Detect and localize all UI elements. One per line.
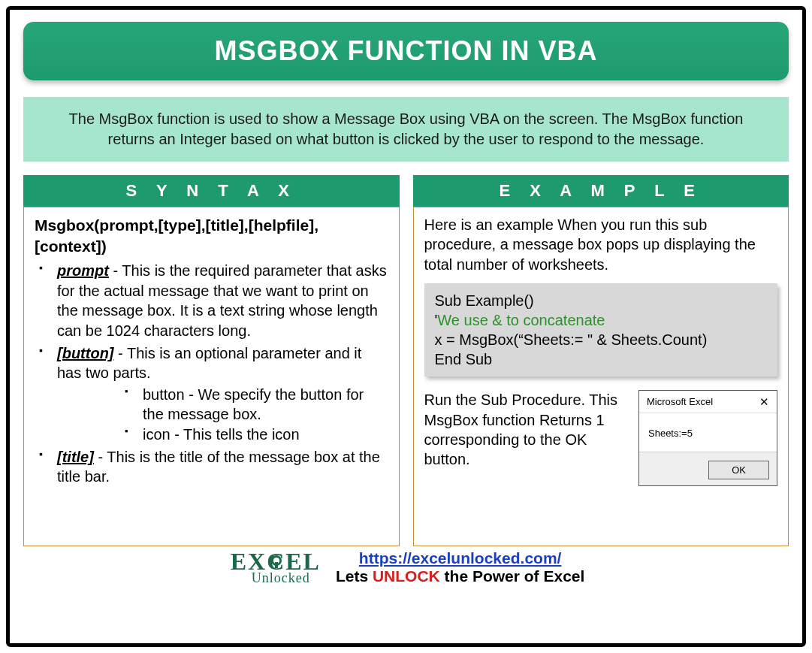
footer: EXCEL Unlocked https://excelunlocked.com… [23,549,789,585]
tagline-a: Lets [336,567,373,585]
columns: S Y N T A X Msgbox(prompt,[type],[title]… [23,175,789,546]
footer-text: https://excelunlocked.com/ Lets UNLOCK t… [336,549,584,585]
page-title-banner: MSGBOX FUNCTION IN VBA [23,22,789,80]
tagline-unlock: UNLOCK [373,567,440,585]
code-line-3: x = MsgBox(“Sheets:= " & Sheets.Count) [435,330,768,349]
close-icon[interactable]: ✕ [759,395,769,410]
footer-link[interactable]: https://excelunlocked.com/ [359,549,562,567]
param-dash: - [109,262,122,279]
param-prompt: prompt - This is the required parameter … [38,261,388,340]
msgbox-dialog: Microsoft Excel ✕ Sheets:=5 OK [638,390,777,486]
example-column: E X A M P L E Here is an example When yo… [413,175,789,546]
code-line-4: End Sub [435,349,768,369]
msgbox-footer: OK [639,452,777,485]
sub-icon: icon - This tells the icon [125,425,388,444]
param-name: prompt [57,262,109,279]
param-list: prompt - This is the required parameter … [35,261,388,486]
tagline-c: the Power of Excel [440,567,585,585]
param-title: [title] - This is the title of the messa… [38,447,388,487]
code-line-2: 'We use & to concatenate [435,310,768,330]
footer-inner: EXCEL Unlocked https://excelunlocked.com… [228,549,585,585]
param-name: [title] [57,449,94,465]
param-dash: - [114,345,127,361]
code-comment: We use & to concatenate [437,312,605,328]
intro-text: The MsgBox function is used to show a Me… [69,110,744,147]
msgbox-body: Sheets:=5 [639,413,777,452]
example-header: E X A M P L E [413,175,789,207]
syntax-header: S Y N T A X [23,175,400,207]
msgbox-titlebar: Microsoft Excel ✕ [639,391,777,413]
code-box: Sub Example() 'We use & to concatenate x… [424,283,778,376]
param-button-sublist: button - We specify the button for the m… [57,385,388,444]
document-frame: MSGBOX FUNCTION IN VBA The MsgBox functi… [6,6,806,647]
msgbox-title: Microsoft Excel [647,395,713,408]
page-title: MSGBOX FUNCTION IN VBA [214,35,597,66]
example-body: Here is an example When you run this sub… [413,207,789,546]
param-name: [button] [57,345,114,361]
intro-box: The MsgBox function is used to show a Me… [23,97,789,162]
run-text: Run the Sub Procedure. This MsgBox funct… [424,390,629,470]
sub-button: button - We specify the button for the m… [125,385,388,425]
param-button: [button] - This is an optional parameter… [38,343,388,444]
syntax-signature: Msgbox(prompt,[type],[title],[helpfile],… [35,215,388,256]
logo: EXCEL Unlocked [228,551,321,585]
syntax-column: S Y N T A X Msgbox(prompt,[type],[title]… [23,175,400,546]
syntax-body: Msgbox(prompt,[type],[title],[helpfile],… [23,207,400,546]
run-row: Run the Sub Procedure. This MsgBox funct… [424,390,778,486]
code-line-1: Sub Example() [435,291,768,310]
param-dash: - [94,449,107,465]
example-intro: Here is an example When you run this sub… [424,215,778,274]
ok-button[interactable]: OK [708,461,769,479]
logo-line1: EXCEL [231,551,321,573]
